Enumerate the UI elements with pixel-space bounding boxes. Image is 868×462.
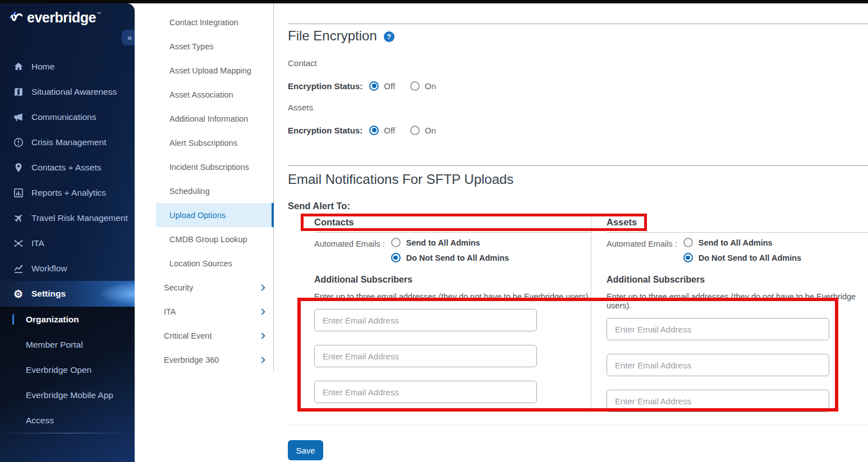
assets-do-not-send-to-all-admins-radio[interactable]	[683, 253, 693, 262]
section-divider-middle	[288, 165, 868, 166]
email-inputs	[314, 309, 591, 403]
sidebar-item-label: Contacts + Assets	[31, 163, 102, 173]
gear-icon: ⚙	[12, 288, 24, 300]
chevron-right-icon	[259, 284, 265, 290]
menu-item-asset-types[interactable]: Asset Types	[156, 34, 273, 58]
automated-emails-row: Automated Emails :Send to All AdminsDo N…	[607, 238, 868, 262]
sidebar-item-settings[interactable]: ⚙Settings	[0, 281, 135, 307]
assets-send-to-all-admins-radio[interactable]	[683, 238, 693, 247]
sidebar-subitem-label: Member Portal	[26, 340, 83, 350]
menu-item-critical-event[interactable]: Critical Event	[156, 324, 273, 348]
logo-wordmark: everbridge	[27, 10, 96, 26]
sidebar-subitem-member-portal[interactable]: Member Portal	[0, 332, 135, 357]
airplane-icon	[12, 212, 24, 224]
menu-item-label: Everbridge 360	[164, 355, 219, 364]
sidebar-item-label: Workflow	[31, 264, 67, 274]
top-bar	[0, 0, 868, 3]
menu-item-incident-subscriptions[interactable]: Incident Subscriptions	[156, 155, 273, 179]
trend-icon	[12, 262, 24, 274]
sidebar-item-situational-awareness[interactable]: Situational Awareness	[0, 79, 135, 104]
notification-columns: ContactsAutomated Emails :Send to All Ad…	[305, 214, 868, 412]
save-button[interactable]: Save	[288, 440, 323, 460]
sidebar-item-label: Travel Risk Management	[31, 213, 128, 223]
menu-item-alert-subscriptions[interactable]: Alert Subscriptions	[156, 131, 273, 155]
menu-item-asset-association[interactable]: Asset Association	[156, 82, 273, 107]
section-divider-top	[288, 24, 868, 24]
additional-subscribers-title: Additional Subscribers	[314, 275, 591, 285]
menu-item-label: Upload Options	[169, 211, 226, 220]
sidebar-subitem-everbridge-open[interactable]: Everbridge Open	[0, 357, 135, 382]
encryption-contact-on-radio[interactable]	[410, 81, 420, 91]
menu-item-label: Security	[164, 283, 193, 292]
sidebar-subitem-label: Everbridge Open	[26, 365, 91, 375]
sidebar-item-label: Settings	[31, 289, 66, 299]
sidebar-item-reports-analytics[interactable]: Reports + Analytics	[0, 180, 135, 205]
automated-emails-options: Send to All AdminsDo Not Send to All Adm…	[683, 238, 801, 262]
notification-column-contacts: ContactsAutomated Emails :Send to All Ad…	[305, 214, 591, 412]
sidebar-item-crisis-management[interactable]: Crisis Management	[0, 130, 135, 155]
home-icon	[12, 61, 24, 72]
menu-item-ita[interactable]: ITA	[156, 299, 273, 324]
radio-option-label: Send to All Admins	[699, 238, 773, 247]
location-pin-icon	[12, 161, 24, 173]
encryption-assets-off-radio[interactable]	[369, 126, 379, 135]
menu-item-label: Incident Subscriptions	[169, 163, 249, 172]
automated-emails-label: Automated Emails :	[314, 239, 385, 262]
chevron-right-icon	[259, 357, 265, 363]
sidebar-subitem-label: Everbridge Mobile App	[26, 390, 113, 400]
page: everbridge ™ « HomeSituational Awareness…	[0, 0, 868, 462]
sidebar-item-travel-risk-management[interactable]: Travel Risk Management	[0, 205, 135, 230]
settings-menu: Contact IntegrationAsset TypesAsset Uplo…	[135, 3, 274, 371]
automated-emails-row: Automated Emails :Send to All AdminsDo N…	[314, 238, 591, 262]
sidebar-item-communications[interactable]: Communications	[0, 104, 135, 130]
menu-item-upload-options[interactable]: Upload Options	[156, 203, 273, 227]
email-input-contacts-3[interactable]	[314, 381, 537, 403]
sidebar-collapse-button[interactable]: «	[122, 30, 135, 45]
email-input-contacts-1[interactable]	[314, 309, 537, 331]
encryption-contact-off-radio[interactable]	[369, 81, 379, 91]
menu-item-security[interactable]: Security	[156, 275, 273, 299]
everbridge-bird-icon	[8, 11, 26, 26]
sidebar-subitem-everbridge-mobile-app[interactable]: Everbridge Mobile App	[0, 382, 135, 408]
email-input-contacts-2[interactable]	[314, 345, 537, 367]
encryption-section-label-contact: Contact	[288, 58, 436, 70]
menu-item-everbridge-360[interactable]: Everbridge 360	[156, 348, 273, 372]
sidebar-subitem-access[interactable]: Access	[0, 408, 135, 433]
chevron-right-icon	[259, 308, 265, 315]
notification-column-assets: AssetsAutomated Emails :Send to All Admi…	[591, 214, 868, 412]
automated-emails-options: Send to All AdminsDo Not Send to All Adm…	[391, 238, 509, 262]
sidebar-item-ita[interactable]: ITA	[0, 230, 135, 256]
menu-item-label: Contact Integration	[169, 18, 238, 27]
sidebar-item-contacts-assets[interactable]: Contacts + Assets	[0, 155, 135, 180]
page-title: File Encryption	[288, 28, 377, 44]
menu-item-scheduling[interactable]: Scheduling	[156, 179, 273, 203]
email-input-assets-2[interactable]	[607, 354, 829, 376]
email-input-assets-3[interactable]	[607, 390, 829, 412]
sidebar-item-label: Reports + Analytics	[31, 188, 106, 198]
menu-item-location-sources[interactable]: Location Sources	[156, 251, 273, 275]
sidebar-item-label: ITA	[31, 238, 44, 248]
radio-option-label: Off	[384, 126, 395, 135]
subscribers-hint: Enter up to three email addresses (they …	[607, 292, 868, 310]
additional-subscribers-title: Additional Subscribers	[607, 275, 868, 285]
menu-item-label: Asset Types	[169, 42, 214, 51]
sidebar-item-label: Situational Awareness	[31, 87, 117, 97]
email-inputs	[607, 318, 868, 412]
contacts-send-to-all-admins-radio[interactable]	[391, 238, 401, 247]
contacts-do-not-send-to-all-admins-radio[interactable]	[391, 253, 401, 262]
encryption-assets-on-radio[interactable]	[410, 126, 420, 135]
settings-subnav: OrganizationMember PortalEverbridge Open…	[0, 307, 135, 433]
sidebar-item-workflow[interactable]: Workflow	[0, 256, 135, 281]
sidebar-item-home[interactable]: Home	[0, 54, 135, 79]
hub-icon	[12, 237, 24, 249]
chevron-right-icon	[259, 332, 265, 339]
sidebar-subitem-organization[interactable]: Organization	[0, 307, 135, 332]
menu-item-asset-upload-mapping[interactable]: Asset Upload Mapping	[156, 58, 273, 82]
menu-item-cmdb-group-lookup[interactable]: CMDB Group Lookup	[156, 227, 273, 251]
trademark-symbol: ™	[97, 11, 101, 16]
menu-item-additional-information[interactable]: Additional Information	[156, 107, 273, 131]
email-input-assets-1[interactable]	[607, 318, 829, 340]
help-icon[interactable]: ?	[384, 31, 394, 42]
menu-item-contact-integration[interactable]: Contact Integration	[156, 10, 273, 34]
menu-item-label: Alert Subscriptions	[169, 138, 237, 147]
